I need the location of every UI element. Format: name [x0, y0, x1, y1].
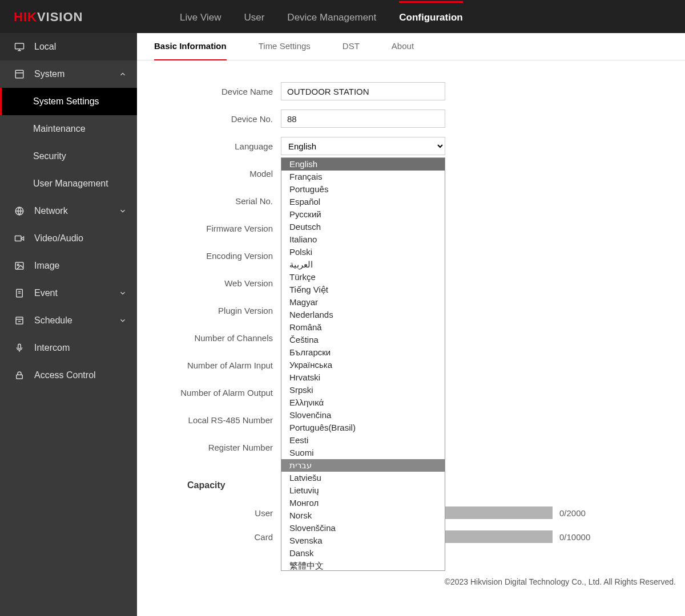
tab-time-settings[interactable]: Time Settings: [259, 33, 311, 60]
language-option[interactable]: Slovenščina: [281, 522, 445, 534]
language-option[interactable]: Italiano: [281, 233, 445, 246]
sidebar-item-label: Video/Audio: [34, 233, 83, 244]
language-option[interactable]: Български: [281, 346, 445, 359]
svg-rect-3: [15, 70, 23, 78]
language-option[interactable]: Русский: [281, 208, 445, 221]
tab-basic-information[interactable]: Basic Information: [154, 33, 227, 60]
language-option[interactable]: Lietuvių: [281, 484, 445, 497]
label-number-of-channels: Number of Channels: [154, 333, 281, 343]
sidebar-item-system[interactable]: System: [0, 60, 137, 88]
language-option[interactable]: Deutsch: [281, 221, 445, 233]
sidebar-item-label: System Settings: [33, 96, 99, 107]
content-area: Basic Information Time Settings DST Abou…: [137, 33, 685, 616]
language-option[interactable]: Čeština: [281, 334, 445, 346]
language-option[interactable]: Ελληνικά: [281, 396, 445, 409]
language-option[interactable]: Nederlands: [281, 309, 445, 321]
language-option[interactable]: Português(Brasil): [281, 422, 445, 434]
language-option[interactable]: Монгол: [281, 497, 445, 509]
language-option[interactable]: Norsk: [281, 509, 445, 522]
schedule-icon: [14, 315, 25, 326]
language-option[interactable]: Suomi: [281, 447, 445, 459]
label-number-of-alarm-input: Number of Alarm Input: [154, 360, 281, 370]
sidebar-item-label: Image: [34, 261, 59, 271]
input-device-name[interactable]: [281, 82, 445, 100]
top-nav: Live View User Device Management Configu…: [137, 2, 463, 32]
sidebar-item-local[interactable]: Local: [0, 33, 137, 60]
nav-user[interactable]: User: [244, 2, 264, 32]
select-language[interactable]: English: [281, 137, 445, 155]
capacity-user-value: 0/2000: [559, 508, 586, 518]
language-option[interactable]: English: [281, 158, 445, 171]
sidebar-item-label: Intercom: [34, 343, 70, 353]
top-header: HIKVISION Live View User Device Manageme…: [0, 0, 685, 33]
globe-icon: [14, 205, 25, 217]
nav-live-view[interactable]: Live View: [180, 2, 221, 32]
sidebar-item-label: Local: [34, 42, 56, 52]
nav-configuration[interactable]: Configuration: [399, 1, 462, 32]
nav-device-management[interactable]: Device Management: [287, 2, 376, 32]
label-device-no: Device No.: [154, 114, 281, 124]
sidebar-item-event[interactable]: Event: [0, 279, 137, 307]
label-local-rs485-number: Local RS-485 Number: [154, 415, 281, 425]
sidebar-sub-system-settings[interactable]: System Settings: [0, 88, 137, 115]
label-firmware-version: Firmware Version: [154, 224, 281, 233]
sidebar: Local System System Settings Maintenance…: [0, 33, 137, 616]
sidebar-item-network[interactable]: Network: [0, 197, 137, 225]
sidebar-item-label: System: [34, 69, 65, 79]
language-option[interactable]: Українська: [281, 359, 445, 371]
language-option[interactable]: Türkçe: [281, 271, 445, 283]
tab-about[interactable]: About: [392, 33, 414, 60]
sidebar-item-label: Event: [34, 288, 58, 298]
svg-point-10: [17, 264, 19, 266]
label-serial-no: Serial No.: [154, 196, 281, 206]
sidebar-sub-security[interactable]: Security: [0, 143, 137, 170]
svg-rect-7: [15, 236, 22, 241]
language-option[interactable]: Srpski: [281, 384, 445, 396]
sidebar-sub-user-management[interactable]: User Management: [0, 170, 137, 197]
chevron-up-icon: [119, 70, 127, 78]
video-icon: [14, 233, 25, 244]
sidebar-sub-maintenance[interactable]: Maintenance: [0, 115, 137, 143]
label-language: Language: [154, 141, 281, 151]
label-register-number: Register Number: [154, 443, 281, 452]
sidebar-item-intercom[interactable]: Intercom: [0, 334, 137, 362]
language-option[interactable]: עברית: [281, 459, 445, 472]
sidebar-item-label: Network: [34, 206, 68, 216]
language-option[interactable]: Português: [281, 183, 445, 196]
language-option[interactable]: Polski: [281, 246, 445, 258]
image-icon: [14, 260, 25, 271]
system-icon: [14, 68, 25, 80]
language-option[interactable]: Hrvatski: [281, 371, 445, 384]
label-number-of-alarm-output: Number of Alarm Output: [154, 388, 281, 398]
sidebar-item-image[interactable]: Image: [0, 252, 137, 279]
svg-rect-17: [18, 344, 21, 348]
chevron-down-icon: [119, 317, 127, 325]
language-option[interactable]: Eesti: [281, 434, 445, 447]
sidebar-item-label: Security: [33, 151, 66, 161]
label-device-name: Device Name: [154, 87, 281, 96]
sidebar-item-schedule[interactable]: Schedule: [0, 307, 137, 334]
language-option[interactable]: Tiếng Việt: [281, 283, 445, 296]
chevron-down-icon: [119, 207, 127, 215]
language-option[interactable]: Dansk: [281, 547, 445, 560]
language-dropdown-list[interactable]: EnglishFrançaisPortuguêsEspañolРусскийDe…: [281, 157, 445, 571]
tab-dst[interactable]: DST: [342, 33, 360, 60]
language-option[interactable]: Français: [281, 171, 445, 183]
sidebar-item-access-control[interactable]: Access Control: [0, 362, 137, 389]
tabs: Basic Information Time Settings DST Abou…: [137, 33, 685, 60]
label-capacity-user: User: [154, 508, 281, 518]
microphone-icon: [14, 342, 25, 354]
language-option[interactable]: Magyar: [281, 296, 445, 309]
language-option[interactable]: Latviešu: [281, 472, 445, 484]
language-option[interactable]: Română: [281, 321, 445, 334]
language-option[interactable]: 繁體中文: [281, 560, 445, 571]
sidebar-item-label: Maintenance: [33, 124, 86, 134]
chevron-down-icon: [119, 289, 127, 297]
language-option[interactable]: العربية: [281, 258, 445, 271]
svg-rect-14: [16, 317, 23, 324]
language-option[interactable]: Español: [281, 196, 445, 208]
input-device-no[interactable]: [281, 110, 445, 128]
language-option[interactable]: Svenska: [281, 534, 445, 547]
sidebar-item-video-audio[interactable]: Video/Audio: [0, 225, 137, 252]
language-option[interactable]: Slovenčina: [281, 409, 445, 422]
